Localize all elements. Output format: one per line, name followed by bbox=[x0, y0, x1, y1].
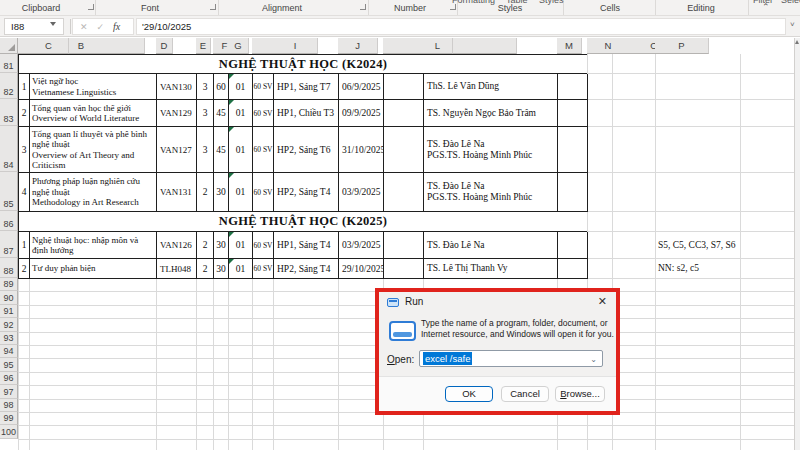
cell-start_date[interactable]: 03/9/2025 bbox=[339, 232, 384, 259]
ok-button[interactable]: OK bbox=[445, 386, 493, 402]
cell-code[interactable]: VAN131 bbox=[157, 173, 197, 212]
cell-start_date[interactable]: 03/9/2025 bbox=[339, 173, 384, 212]
cell-empty[interactable] bbox=[558, 74, 588, 100]
dialog-launcher-icon[interactable] bbox=[210, 4, 216, 10]
row-header-84[interactable]: 84 bbox=[0, 126, 18, 172]
open-input-selected-text[interactable]: excel /safe bbox=[423, 352, 472, 365]
column-header-L[interactable]: L bbox=[423, 38, 453, 54]
cell-no[interactable]: 1 bbox=[19, 232, 30, 259]
row-header-95[interactable]: 95 bbox=[0, 358, 18, 371]
row-header-87[interactable]: 87 bbox=[0, 231, 18, 258]
cell-hours[interactable]: 30 bbox=[214, 173, 229, 212]
cell-name[interactable]: Việt ngữ học Vietnamese Linguistics bbox=[30, 74, 157, 100]
cell-no[interactable]: 2 bbox=[19, 259, 30, 279]
name-box-dropdown-icon[interactable] bbox=[50, 22, 56, 26]
row-header-96[interactable]: 96 bbox=[0, 372, 18, 385]
name-box[interactable]: I88 bbox=[4, 18, 64, 35]
cell-instructor[interactable]: TS. Nguyễn Ngọc Bảo Trâm bbox=[424, 100, 558, 127]
cell-no[interactable]: 2 bbox=[19, 100, 30, 127]
formula-input[interactable]: '29/10/2025 bbox=[136, 18, 786, 35]
cell-name[interactable]: Tổng quan văn học thế giới Overview of W… bbox=[30, 100, 157, 127]
cell-schedule[interactable]: HP2, Sáng T4 bbox=[274, 259, 339, 279]
row-header-86[interactable]: 86 bbox=[0, 211, 18, 231]
cell-empty[interactable] bbox=[558, 173, 588, 212]
cancel-icon[interactable]: ✕ bbox=[80, 22, 88, 32]
cell-size[interactable]: 60 SV bbox=[253, 232, 274, 259]
cell-code[interactable]: TLH048 bbox=[157, 259, 197, 279]
cell-name[interactable]: Tư duy phản biện bbox=[30, 259, 157, 279]
cell-code[interactable]: VAN127 bbox=[157, 127, 197, 173]
row-header-94[interactable]: 94 bbox=[0, 345, 18, 358]
cell-credits[interactable]: 3 bbox=[197, 74, 214, 100]
run-dialog-titlebar[interactable]: Run ✕ bbox=[379, 292, 616, 313]
row-header-99[interactable]: 99 bbox=[0, 412, 18, 425]
column-header-G[interactable]: G bbox=[228, 38, 249, 54]
row-header-82[interactable]: 82 bbox=[0, 73, 18, 99]
cell-code[interactable]: VAN126 bbox=[157, 232, 197, 259]
row-header-100[interactable]: 100 bbox=[0, 425, 18, 438]
cell-schedule[interactable]: HP1, Sáng T7 bbox=[274, 74, 339, 100]
cell-hours[interactable]: 30 bbox=[214, 232, 229, 259]
row-header-97[interactable]: 97 bbox=[0, 385, 18, 398]
cell-size[interactable]: 60 SV bbox=[253, 173, 274, 212]
cell-size[interactable]: 60 SV bbox=[253, 74, 274, 100]
cell-empty[interactable] bbox=[558, 100, 588, 127]
cell-credits[interactable]: 2 bbox=[197, 232, 214, 259]
cell-start_date[interactable]: 09/9/2025 bbox=[339, 100, 384, 127]
row-header-89[interactable]: 89 bbox=[0, 278, 18, 291]
cell-size[interactable]: 60 SV bbox=[253, 259, 274, 279]
row-header-81[interactable]: 81 bbox=[0, 54, 18, 73]
cell-start_date[interactable]: 31/10/2025 bbox=[339, 127, 384, 173]
browse-button[interactable]: Browse... bbox=[555, 386, 605, 402]
cell-credits[interactable]: 3 bbox=[197, 127, 214, 173]
cell-name[interactable]: Tổng quan lí thuyết và phê bình nghệ thu… bbox=[30, 127, 157, 173]
cell-hours[interactable]: 60 bbox=[214, 74, 229, 100]
row-header-88[interactable]: 88 bbox=[0, 258, 18, 278]
column-header-P[interactable]: P bbox=[655, 38, 709, 54]
cell-empty[interactable] bbox=[384, 127, 424, 173]
dialog-launcher-icon[interactable] bbox=[88, 4, 94, 10]
cell-schedule[interactable]: HP2, Sáng T6 bbox=[274, 127, 339, 173]
cell-no[interactable]: 1 bbox=[19, 74, 30, 100]
cell-code[interactable]: VAN130 bbox=[157, 74, 197, 100]
cell-start_date[interactable]: 06/9/2025 bbox=[339, 74, 384, 100]
row-header-83[interactable]: 83 bbox=[0, 99, 18, 126]
formula-bar-expand-icon[interactable]: ˅ bbox=[790, 20, 795, 29]
cell-schedule[interactable]: HP1, Chiều T3 bbox=[274, 100, 339, 127]
column-header-M[interactable]: M bbox=[557, 38, 582, 54]
cell-size[interactable]: 60 SV bbox=[253, 100, 274, 127]
column-header-E[interactable]: E bbox=[196, 38, 211, 54]
row-header-98[interactable]: 98 bbox=[0, 399, 18, 412]
cell-empty[interactable] bbox=[558, 259, 588, 279]
cell-note[interactable]: S5, C5, CC3, S7, S6 bbox=[658, 240, 736, 250]
cell-size[interactable]: 60 SV bbox=[253, 127, 274, 173]
cell-start_date[interactable]: 29/10/2025 bbox=[339, 259, 384, 279]
column-header-I[interactable]: I bbox=[273, 38, 318, 54]
cell-group[interactable]: 01 bbox=[229, 100, 253, 127]
row-header-91[interactable]: 91 bbox=[0, 305, 18, 318]
dialog-launcher-icon[interactable] bbox=[360, 4, 366, 10]
column-header-J[interactable]: J bbox=[338, 38, 378, 54]
insert-function-icon[interactable]: fx bbox=[113, 21, 120, 32]
cell-empty[interactable] bbox=[384, 259, 424, 279]
cell-credits[interactable]: 2 bbox=[197, 173, 214, 212]
cell-credits[interactable]: 3 bbox=[197, 100, 214, 127]
cell-schedule[interactable]: HP2, Sáng T4 bbox=[274, 173, 339, 212]
cell-schedule[interactable]: HP1, Sáng T4 bbox=[274, 232, 339, 259]
cell-empty[interactable] bbox=[384, 74, 424, 100]
cell-credits[interactable]: 2 bbox=[197, 259, 214, 279]
combobox-dropdown-icon[interactable]: ⌄ bbox=[590, 355, 597, 364]
cell-group[interactable]: 01 bbox=[229, 173, 253, 212]
select-all-corner[interactable] bbox=[0, 38, 18, 54]
cell-group[interactable]: 01 bbox=[229, 127, 253, 173]
cell-hours[interactable]: 45 bbox=[214, 127, 229, 173]
cell-no[interactable]: 4 bbox=[19, 173, 30, 212]
cell-group[interactable]: 01 bbox=[229, 232, 253, 259]
row-header-85[interactable]: 85 bbox=[0, 172, 18, 211]
column-header-D[interactable]: D bbox=[156, 38, 173, 54]
scroll-up-icon[interactable] bbox=[795, 40, 799, 44]
row-header-92[interactable]: 92 bbox=[0, 318, 18, 331]
row-header-90[interactable]: 90 bbox=[0, 291, 18, 304]
cell-code[interactable]: VAN129 bbox=[157, 100, 197, 127]
cell-hours[interactable]: 30 bbox=[214, 259, 229, 279]
